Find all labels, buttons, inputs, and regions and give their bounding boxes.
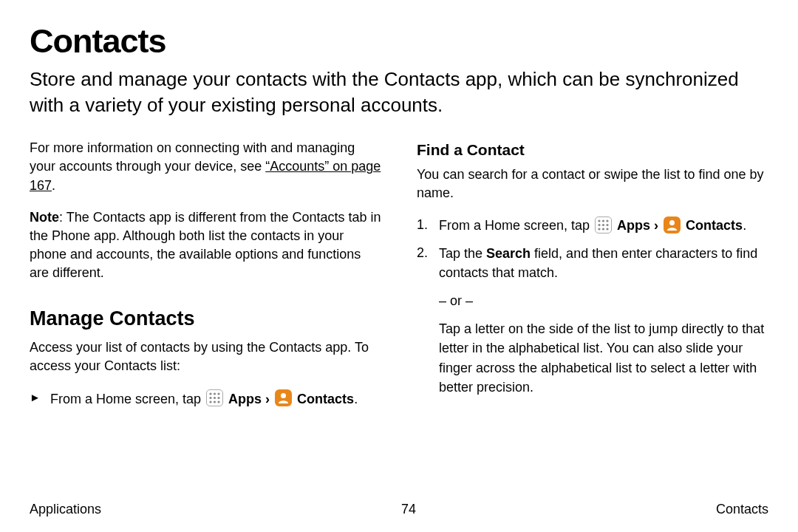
svg-point-5: [217, 397, 219, 399]
svg-point-3: [209, 397, 211, 399]
svg-point-9: [281, 393, 286, 398]
svg-point-8: [217, 401, 219, 403]
find-step-1: 1. From a Home screen, tap Apps › Contac…: [417, 216, 768, 235]
info-suffix: .: [52, 178, 55, 193]
svg-point-13: [598, 224, 600, 226]
find-contact-heading: Find a Contact: [417, 139, 768, 160]
svg-point-2: [217, 393, 219, 395]
page-title: Contacts: [30, 22, 768, 61]
bullet-icon: ►: [30, 389, 43, 405]
apps-grid-icon: [595, 216, 612, 233]
manage-step-content: From a Home screen, tap Apps › Contacts.: [50, 389, 381, 409]
apps-label: Apps: [617, 218, 650, 233]
step-prefix: From a Home screen, tap: [50, 392, 205, 406]
svg-point-11: [602, 219, 604, 222]
footer-left: Applications: [30, 502, 101, 517]
svg-point-14: [602, 224, 604, 226]
manage-contacts-heading: Manage Contacts: [30, 305, 381, 333]
apps-label: Apps: [228, 392, 262, 406]
find-step-2: 2. Tap the Search field, and then enter …: [417, 244, 768, 282]
contacts-person-icon: [275, 389, 292, 406]
page-footer: Applications 74 Contacts: [30, 502, 768, 517]
footer-page-number: 74: [401, 502, 416, 517]
manage-body: Access your list of contacts by using th…: [30, 338, 381, 375]
svg-point-6: [209, 401, 211, 403]
contacts-label: Contacts: [297, 392, 354, 406]
contacts-label: Contacts: [686, 218, 743, 233]
svg-point-19: [669, 220, 675, 225]
info-paragraph: For more information on connecting with …: [30, 139, 381, 195]
note-paragraph: Note: The Contacts app is different from…: [30, 208, 381, 283]
period: .: [743, 218, 746, 233]
intro-text: Store and manage your contacts with the …: [30, 66, 768, 118]
step2-number: 2.: [417, 244, 432, 262]
contacts-person-icon: [664, 216, 681, 233]
step2-a: Tap the: [439, 246, 486, 261]
svg-point-1: [214, 393, 216, 395]
manage-step: ► From a Home screen, tap Apps › Contact…: [30, 389, 381, 409]
or-separator: – or –: [439, 291, 768, 310]
step1-prefix: From a Home screen, tap: [439, 218, 593, 233]
period: .: [354, 392, 358, 406]
note-body: : The Contacts app is different from the…: [30, 210, 381, 281]
svg-point-12: [606, 219, 608, 222]
footer-right: Contacts: [716, 502, 768, 517]
svg-point-10: [598, 219, 600, 222]
left-column: For more information on connecting with …: [30, 139, 381, 417]
apps-grid-icon: [206, 389, 223, 406]
separator: ›: [650, 218, 662, 233]
search-label: Search: [486, 246, 531, 261]
svg-point-18: [606, 228, 608, 230]
svg-point-0: [209, 393, 211, 395]
find-body: You can search for a contact or swipe th…: [417, 166, 768, 202]
two-column-layout: For more information on connecting with …: [30, 139, 768, 417]
alt-body: Tap a letter on the side of the list to …: [439, 319, 768, 396]
step1-number: 1.: [417, 216, 432, 234]
svg-point-7: [214, 401, 216, 403]
svg-point-15: [606, 224, 608, 226]
step2-content: Tap the Search field, and then enter cha…: [439, 244, 768, 282]
step1-content: From a Home screen, tap Apps › Contacts.: [439, 216, 768, 235]
svg-point-4: [214, 397, 216, 399]
note-label: Note: [30, 210, 59, 225]
svg-point-17: [602, 228, 604, 230]
svg-point-16: [598, 228, 600, 230]
right-column: Find a Contact You can search for a cont…: [417, 139, 768, 417]
separator: ›: [262, 392, 273, 406]
